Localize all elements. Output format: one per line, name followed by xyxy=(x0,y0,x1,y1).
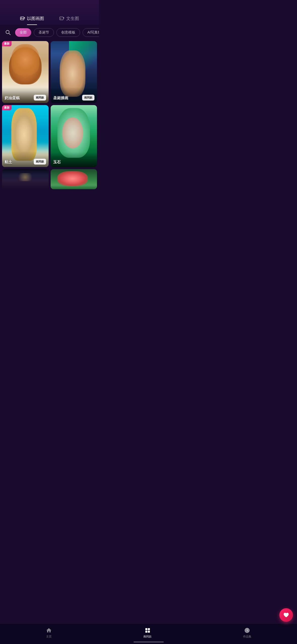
search-button[interactable] xyxy=(4,28,13,37)
filter-chip-portrait[interactable]: AI写真馆 xyxy=(83,28,99,37)
same-style-btn-portrait[interactable]: 画同款 xyxy=(82,95,94,101)
tab-image-to-image[interactable]: 以图画图 xyxy=(12,13,52,25)
tab-image-to-image-label: 以图画图 xyxy=(27,16,44,21)
item-title-drink: 粘土 xyxy=(5,160,12,165)
badge-new-drink: 最新 xyxy=(2,105,12,110)
tab-text-to-image[interactable]: T 文生图 xyxy=(52,13,87,25)
filter-chip-all[interactable]: 全部 xyxy=(15,28,31,37)
text-to-image-icon: T xyxy=(59,16,65,21)
item-label-drink: 粘土 画同款 xyxy=(2,151,49,167)
grid-item-jade[interactable]: 玉石 xyxy=(51,105,97,167)
item-title-portrait: 圣诞插画 xyxy=(53,96,68,101)
image-to-image-icon xyxy=(20,16,25,21)
item-label-portrait: 圣诞插画 画同款 xyxy=(51,87,97,103)
grid-item-drink-girl[interactable]: 最新 粘土 画同款 xyxy=(2,105,49,167)
badge-new-corgi: 最新 xyxy=(2,41,12,46)
same-style-btn-corgi[interactable]: 画同款 xyxy=(34,95,46,101)
grid-item-bokeh[interactable] xyxy=(2,169,49,189)
item-title-corgi: 奶油蛋糕 xyxy=(5,96,20,101)
tab-text-to-image-label: 文生图 xyxy=(66,16,79,21)
grid-item-portrait[interactable]: 圣诞插画 画同款 xyxy=(51,41,97,103)
grid-item-corgi[interactable]: 最新 奶油蛋糕 画同款 xyxy=(2,41,49,103)
svg-line-5 xyxy=(9,33,10,35)
grid-item-tropical[interactable] xyxy=(51,169,97,189)
filter-chip-christmas[interactable]: 圣诞节 xyxy=(34,28,54,37)
item-label-jade: 玉石 xyxy=(51,152,97,167)
image-grid: 最新 奶油蛋糕 画同款 圣诞插画 画同款 最新 粘土 画同款 xyxy=(0,40,99,191)
filter-chip-creative[interactable]: 创意模板 xyxy=(56,28,80,37)
svg-text:T: T xyxy=(60,18,61,20)
filter-bar: 全部 圣诞节 创意模板 AI写真馆 xyxy=(0,25,99,40)
item-title-jade: 玉石 xyxy=(53,160,61,165)
same-style-btn-drink[interactable]: 画同款 xyxy=(34,159,46,165)
item-label-corgi: 奶油蛋糕 画同款 xyxy=(2,87,49,103)
top-tab-bar: 以图画图 T 文生图 xyxy=(0,0,99,25)
